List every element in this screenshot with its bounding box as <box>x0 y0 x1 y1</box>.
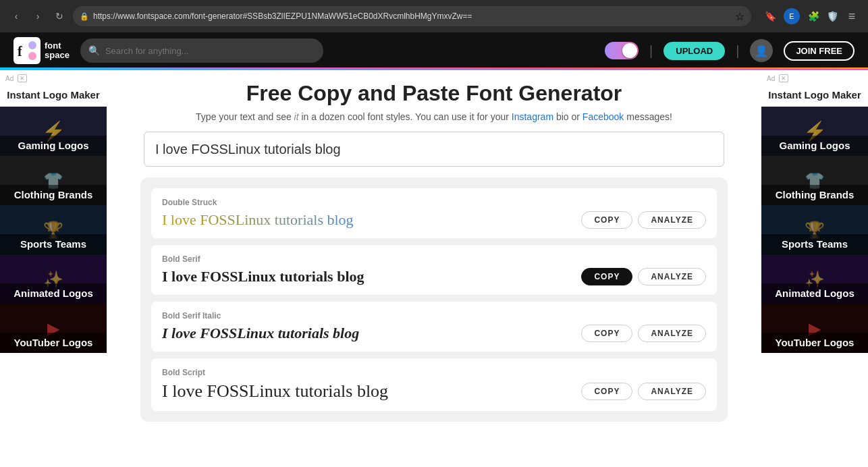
forward-button[interactable]: › <box>30 8 46 24</box>
upload-button[interactable]: UPLOAD <box>663 42 725 60</box>
sidebar-left-label-youtuber: YouTuber Logos <box>0 333 107 353</box>
divider: | <box>649 43 653 59</box>
search-input[interactable] <box>105 46 315 56</box>
refresh-button[interactable]: ↻ <box>51 8 67 24</box>
font-card-row-double-struck: I love FOSSLinux tutorials blog COPY ANA… <box>162 211 706 229</box>
font-card-header-bold-serif: Bold Serif <box>162 254 706 264</box>
sidebar-right-label-clothing: Clothing Brands <box>761 185 868 205</box>
navbar: f fontspace 🔍 | UPLOAD | 👤 JOIN FREE <box>0 32 868 70</box>
menu-button[interactable]: ≡ <box>844 8 860 24</box>
sidebar-left-label-clothing: Clothing Brands <box>0 185 107 205</box>
font-card-text-bold-script: I love FOSSLinux tutorials blog <box>162 381 581 402</box>
copy-button-bold-script[interactable]: COPY <box>581 383 632 400</box>
facebook-link[interactable]: Facebook <box>582 111 624 122</box>
copy-button-double-struck[interactable]: COPY <box>581 211 632 229</box>
page-title: Free Copy and Paste Font Generator <box>246 81 622 106</box>
sidebar-left-item-youtuber[interactable]: ▶ YouTuber Logos <box>0 304 107 353</box>
font-text-input[interactable] <box>144 132 724 167</box>
font-card-bold-serif: Bold Serif I love FOSSLinux tutorials bl… <box>151 245 717 295</box>
font-card-actions-bold-serif: COPY ANALYZE <box>581 268 706 285</box>
font-card-text-bold-serif: I love FOSSLinux tutorials blog <box>162 268 581 285</box>
bookmark-icon[interactable]: ☆ <box>735 10 744 23</box>
shield-icon: 🛡️ <box>827 11 838 22</box>
logo[interactable]: f fontspace <box>13 37 70 64</box>
center-area: Free Copy and Paste Font Generator Type … <box>107 70 761 435</box>
font-card-header-bold-serif-italic: Bold Serif Italic <box>162 311 706 321</box>
sidebar-left-label-gaming: Gaming Logos <box>0 136 107 156</box>
logo-text: fontspace <box>45 41 70 61</box>
analyze-button-double-struck[interactable]: ANALYZE <box>638 211 706 229</box>
ad-indicator-right: ✕ <box>779 74 788 82</box>
sidebar-right-item-youtuber[interactable]: ▶ YouTuber Logos <box>761 304 868 353</box>
sidebar-right-item-sports[interactable]: 🏆 Sports Teams <box>761 205 868 254</box>
browser-bar: ‹ › ↻ 🔒 ☆ 🔖 E 🧩 🛡️ ≡ <box>0 0 868 32</box>
sidebar-right-label-animated: Animated Logos <box>761 283 868 304</box>
sidebar-right-item-clothing[interactable]: 👕 Clothing Brands <box>761 156 868 205</box>
sidebar-left-title: Instant Logo Maker <box>0 84 107 107</box>
page-subtitle: Type your text and see it in a dozen coo… <box>196 111 672 122</box>
font-card-bold-script: Bold Script I love FOSSLinux tutorials b… <box>151 358 717 411</box>
main-content: Ad ✕ Instant Logo Maker ⚡ Gaming Logos 👕… <box>0 70 868 435</box>
profile-icon[interactable]: E <box>784 8 800 24</box>
font-card-text-bold-serif-italic: I love FOSSLinux tutorials blog <box>162 325 581 342</box>
sidebar-left: Ad ✕ Instant Logo Maker ⚡ Gaming Logos 👕… <box>0 70 107 435</box>
font-card-double-struck: Double Struck I love FOSSLinux tutorials… <box>151 188 717 238</box>
font-card-row-bold-script: I love FOSSLinux tutorials blog COPY ANA… <box>162 381 706 402</box>
copy-button-bold-serif-italic[interactable]: COPY <box>581 325 632 342</box>
svg-point-3 <box>28 52 36 60</box>
search-icon: 🔍 <box>88 45 100 56</box>
font-cards-container: Double Struck I love FOSSLinux tutorials… <box>140 177 728 422</box>
sidebar-right-label-youtuber: YouTuber Logos <box>761 333 868 353</box>
sidebar-right-title: Instant Logo Maker <box>761 84 868 107</box>
font-card-header-double-struck: Double Struck <box>162 198 706 207</box>
theme-toggle[interactable] <box>605 42 639 59</box>
sidebar-left-label-sports: Sports Teams <box>0 234 107 254</box>
address-bar[interactable]: 🔒 ☆ <box>73 6 751 26</box>
sidebar-left-item-gaming[interactable]: ⚡ Gaming Logos <box>0 107 107 156</box>
font-card-bold-serif-italic: Bold Serif Italic I love FOSSLinux tutor… <box>151 302 717 352</box>
sidebar-right-item-animated[interactable]: ✨ Animated Logos <box>761 254 868 304</box>
analyze-button-bold-serif-italic[interactable]: ANALYZE <box>638 325 706 342</box>
sidebar-left-item-sports[interactable]: 🏆 Sports Teams <box>0 205 107 254</box>
extensions-icon[interactable]: 🧩 <box>805 8 821 24</box>
sidebar-right: Ad ✕ Instant Logo Maker ⚡ Gaming Logos 👕… <box>761 70 868 435</box>
browser-icons: 🔖 E 🧩 🛡️ ≡ <box>762 8 860 24</box>
font-card-actions-bold-script: COPY ANALYZE <box>581 383 706 400</box>
sidebar-right-label-gaming: Gaming Logos <box>761 136 868 156</box>
analyze-button-bold-script[interactable]: ANALYZE <box>638 383 706 400</box>
sidebar-right-ad-label: Ad ✕ <box>761 70 868 84</box>
sidebar-left-item-clothing[interactable]: 👕 Clothing Brands <box>0 156 107 205</box>
search-bar[interactable]: 🔍 <box>80 38 323 63</box>
sidebar-left-ad-label: Ad ✕ <box>0 70 107 84</box>
analyze-button-bold-serif[interactable]: ANALYZE <box>638 268 706 285</box>
toggle-knob <box>622 43 637 58</box>
font-card-actions-bold-serif-italic: COPY ANALYZE <box>581 325 706 342</box>
url-input[interactable] <box>93 11 731 21</box>
copy-button-bold-serif[interactable]: COPY <box>581 268 632 285</box>
divider2: | <box>736 43 739 59</box>
bookmark-manager-icon[interactable]: 🔖 <box>762 8 778 24</box>
font-card-actions-double-struck: COPY ANALYZE <box>581 211 706 229</box>
sidebar-left-label-animated: Animated Logos <box>0 283 107 304</box>
sidebar-left-item-animated[interactable]: ✨ Animated Logos <box>0 254 107 304</box>
sidebar-right-label-sports: Sports Teams <box>761 234 868 254</box>
font-card-header-bold-script: Bold Script <box>162 368 706 377</box>
sidebar-right-item-gaming[interactable]: ⚡ Gaming Logos <box>761 107 868 156</box>
user-avatar[interactable]: 👤 <box>750 39 773 62</box>
font-card-row-bold-serif-italic: I love FOSSLinux tutorials blog COPY ANA… <box>162 325 706 342</box>
logo-icon: f <box>13 37 40 64</box>
svg-point-2 <box>28 41 36 49</box>
font-card-row-bold-serif: I love FOSSLinux tutorials blog COPY ANA… <box>162 268 706 285</box>
font-card-text-double-struck: I love FOSSLinux tutorials blog <box>162 211 581 229</box>
instagram-link[interactable]: Instagram <box>512 111 553 122</box>
back-button[interactable]: ‹ <box>8 8 24 24</box>
ad-indicator: ✕ <box>18 74 27 82</box>
lock-icon: 🔒 <box>80 12 89 21</box>
join-button[interactable]: JOIN FREE <box>784 41 855 61</box>
user-icon: 👤 <box>755 45 768 57</box>
